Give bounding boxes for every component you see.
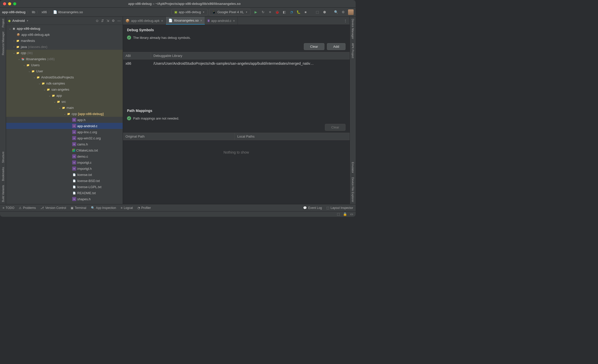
tree-item-file-selected[interactable]: c app-android.c — [6, 123, 123, 129]
settings-icon[interactable]: ⚙ — [112, 19, 115, 23]
tree-item-file[interactable]: CMakeLists.txt — [6, 147, 123, 153]
tree-item-java[interactable]: › 📁 java (classes.dex) — [6, 44, 123, 50]
tree-item-file[interactable]: 📄 license.txt — [6, 172, 123, 178]
phone-icon: 📱 — [212, 10, 216, 14]
event-log-tool-button[interactable]: 💬Event Log — [303, 206, 322, 210]
table-row[interactable]: x86 /Users/User/AndroidStudioProjects/nd… — [123, 59, 350, 68]
problems-tool-button[interactable]: ⚠Problems — [19, 206, 36, 210]
notification-icon[interactable]: ▭ — [350, 212, 353, 216]
hide-panel-icon[interactable]: — — [117, 19, 121, 23]
search-button[interactable]: 🔍 — [334, 10, 338, 14]
apk-project-tool-tab[interactable]: APK Project — [351, 41, 354, 60]
breadcrumb-arch[interactable]: x86 — [41, 10, 47, 14]
project-tool-tab[interactable]: Project — [2, 17, 5, 29]
user-avatar[interactable] — [348, 9, 354, 15]
window-title: app-x86-debug – ~/ApkProjects/app-x86-de… — [16, 2, 353, 6]
run-button[interactable]: ▶ — [254, 10, 258, 14]
vcs-tool-button[interactable]: ⎇Version Control — [40, 206, 66, 210]
tab-overflow-button[interactable]: ⋮ — [341, 17, 350, 25]
terminal-tool-button[interactable]: ▣Terminal — [71, 206, 86, 210]
tree-item-file[interactable]: h shapes.h — [6, 196, 123, 202]
apply-code-changes-button[interactable]: ≡ — [268, 10, 272, 14]
tree-item-file[interactable]: 📄 license-BSD.txt — [6, 178, 123, 184]
tree-item-file[interactable]: c importgl.c — [6, 159, 123, 166]
coverage-button[interactable]: ◧ — [282, 10, 287, 14]
lock-icon[interactable]: 🔒 — [343, 212, 347, 216]
debug-button[interactable]: 🐞 — [275, 10, 279, 14]
close-tab-icon[interactable]: × — [200, 19, 202, 23]
apk-icon: 📦 — [16, 32, 20, 37]
tree-item-cpp[interactable]: ⌄ 📁 cpp (lib) — [6, 50, 123, 56]
apply-changes-button[interactable]: ↻ — [261, 10, 265, 14]
c-file-icon: c — [72, 160, 76, 164]
breadcrumb-file[interactable]: 📄 libsanangeles.so — [53, 10, 83, 14]
layout-inspector-tool-button[interactable]: ⬚Layout Inspector — [326, 206, 353, 210]
chevron-down-icon: ⌄ — [43, 88, 46, 91]
tree-item-apk[interactable]: 📦 app-x86-debug.apk — [6, 31, 123, 38]
tree-item-users[interactable]: ⌄ 📁 Users — [6, 62, 123, 68]
close-tab-icon[interactable]: × — [161, 19, 163, 23]
profile-button[interactable]: ◔ — [289, 10, 294, 14]
tab-so[interactable]: 📄 libsanangeles.so × — [166, 17, 205, 25]
todo-tool-button[interactable]: ≡TODO — [3, 206, 14, 210]
tree-item-src[interactable]: ⌄ 📁 src — [6, 98, 123, 105]
profiler-icon: ◔ — [137, 206, 140, 210]
debug-add-button[interactable]: Add — [327, 43, 345, 50]
logcat-tool-button[interactable]: ≡Logcat — [121, 206, 133, 210]
tree-item-file[interactable]: h app.h — [6, 117, 123, 123]
tree-item-file[interactable]: 📚 libsanangeles.so — [6, 202, 123, 204]
bookmarks-tool-tab[interactable]: Bookmarks — [2, 165, 5, 183]
tree-item-file[interactable]: c app-win32.c.org — [6, 135, 123, 141]
avd-manager-button[interactable]: ⬢ — [322, 10, 327, 14]
tree-item-app[interactable]: ⌄ 📁 app — [6, 92, 123, 98]
breadcrumb-lib[interactable]: lib — [32, 10, 35, 14]
tree-item-file[interactable]: 📄 README.txt — [6, 190, 123, 196]
tree-item-manifests[interactable]: › 📁 manifests — [6, 38, 123, 44]
tab-apk[interactable]: 📦 app-x86-debug.apk × — [123, 17, 166, 25]
device-file-explorer-tool-tab[interactable]: Device File Explorer — [351, 175, 354, 204]
stop-button[interactable]: ■ — [303, 10, 308, 14]
tree-item-file[interactable]: c demo.c — [6, 153, 123, 159]
tree-item-sanangeles[interactable]: ⌄ 📁 san-angeles — [6, 86, 123, 92]
sync-project-button[interactable]: ⬚ — [315, 10, 320, 14]
tree-item-root[interactable]: ⌄ ▣ app-x86-debug — [6, 25, 123, 31]
tab-c[interactable]: c app-android.c × — [205, 17, 238, 25]
tree-item-file[interactable]: h importgl.h — [6, 166, 123, 172]
close-window-button[interactable] — [3, 2, 6, 5]
minimize-window-button[interactable] — [8, 2, 11, 5]
resource-manager-tool-tab[interactable]: Resource Manager — [2, 29, 5, 57]
collapse-all-icon[interactable]: ⇲ — [106, 19, 109, 23]
profiler-tool-button[interactable]: ◔Profiler — [137, 206, 151, 210]
tree-item-file[interactable]: c app-linx.c.org — [6, 129, 123, 135]
tree-item-user[interactable]: ⌄ 📁 User — [6, 68, 123, 74]
breadcrumb-project[interactable]: app-x86-debug — [2, 10, 25, 14]
folder-icon: 📁 — [61, 106, 66, 110]
settings-button[interactable]: ⚙ — [341, 10, 345, 14]
run-configuration-selector[interactable]: ▣ app-x86-debug ▼ — [171, 9, 208, 15]
app-inspection-tool-button[interactable]: 🔍App Inspection — [91, 206, 116, 210]
close-tab-icon[interactable]: × — [233, 19, 235, 23]
emulator-tool-tab[interactable]: Emulator — [351, 160, 354, 175]
tree-item-asp[interactable]: ⌄ 📁 AndroidStudioProjects — [6, 74, 123, 80]
tree-item-file[interactable]: h cams.h — [6, 141, 123, 147]
expand-all-icon[interactable]: ⇵ — [101, 19, 104, 23]
build-variants-tool-tab[interactable]: Build Variants — [2, 183, 5, 204]
tree-item-libsanangeles[interactable]: ⌄ 📚 libsanangeles (x86) — [6, 56, 123, 62]
cmake-icon — [72, 149, 75, 152]
tree-item-cpp-module[interactable]: ⌄ 📁 cpp [app-x86-debug] — [6, 111, 123, 117]
ide-status-icon[interactable]: ⬚ — [337, 212, 340, 216]
debug-clear-button[interactable]: Clear — [304, 43, 324, 50]
select-opened-file-icon[interactable]: ⊙ — [96, 19, 99, 23]
project-view-selector[interactable]: ◆ Android ▼ — [8, 19, 29, 23]
tree-item-file[interactable]: 📄 license-LGPL.txt — [6, 184, 123, 190]
attach-debugger-button[interactable]: 🐛 — [296, 10, 301, 14]
structure-tool-tab[interactable]: Structure — [2, 150, 5, 165]
tree-item-main[interactable]: ⌄ 📁 main — [6, 105, 123, 111]
device-manager-tool-tab[interactable]: Device Manager — [351, 17, 354, 41]
project-tree[interactable]: ⌄ ▣ app-x86-debug 📦 app-x86-debug.apk › … — [6, 25, 123, 204]
folder-icon: 📁 — [56, 100, 60, 104]
maximize-window-button[interactable] — [13, 2, 16, 5]
chevron-right-icon: › — [12, 39, 16, 42]
device-selector[interactable]: 📱 Google Pixel 4 XL ▼ — [209, 9, 250, 15]
tree-item-ndk[interactable]: ⌄ 📁 ndk-samples — [6, 80, 123, 86]
